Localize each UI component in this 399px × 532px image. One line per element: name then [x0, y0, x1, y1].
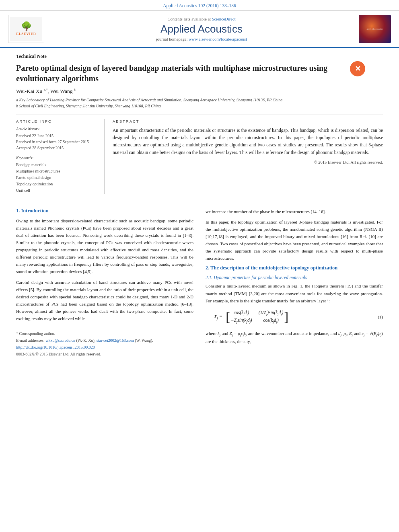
- section1-title: 1. Introduction: [16, 208, 193, 214]
- journal-title: Applied Acoustics: [52, 23, 351, 35]
- sciencedirect-link[interactable]: ScienceDirect: [212, 17, 236, 21]
- matrix-brackets: [ cos(kjdj) (1/Zj)sin(kjdj) −Zjsin(kjdj)…: [226, 310, 288, 324]
- keyword-1: Bandgap materials: [16, 162, 96, 168]
- keyword-2: Multiphase microstructures: [16, 168, 96, 175]
- abstract-text: An important characteristic of the perio…: [113, 127, 383, 156]
- article-title: Pareto optimal design of layered bandgap…: [16, 63, 346, 84]
- affiliation-b: b School of Civil Engineering, Shenyang …: [16, 103, 383, 109]
- doi-line: http://dx.doi.org/10.1016/j.apacoust.201…: [16, 344, 193, 350]
- after-formula-para: where kj and Zj = ρjcjkj are the wavenum…: [206, 330, 383, 345]
- sciencedirect-line: Contents lists available at ScienceDirec…: [52, 17, 351, 21]
- keyword-3: Pareto optimal design: [16, 175, 96, 181]
- crossmark-icon[interactable]: ✕: [350, 61, 365, 76]
- section-label: Technical Note: [16, 53, 383, 60]
- article-info-abstract: ARTICLE INFO Article history: Received 2…: [16, 119, 383, 194]
- homepage-url[interactable]: www.elsevier.com/locate/apacoust: [189, 37, 247, 41]
- keyword-5: Unit cell: [16, 187, 96, 194]
- journal-homepage: journal homepage: www.elsevier.com/locat…: [52, 37, 351, 41]
- elsevier-wordmark: ELSEVIER: [16, 32, 36, 36]
- doi-link[interactable]: http://dx.doi.org/10.1016/j.apacoust.201…: [16, 345, 95, 349]
- matrix-cells: cos(kjdj) (1/Zj)sin(kjdj) −Zjsin(kjdj) c…: [231, 310, 284, 324]
- abstract-column: ABSTRACT An important characteristic of …: [105, 119, 383, 194]
- section2-title: 2. The description of the multiobjective…: [206, 265, 383, 271]
- body-right-column: we increase the number of the phase in t…: [206, 208, 383, 358]
- journal-ref-text: Applied Acoustics 102 (2016) 133–136: [163, 3, 236, 8]
- abstract-label: ABSTRACT: [113, 119, 383, 123]
- article-info-label: ARTICLE INFO: [16, 119, 96, 123]
- affiliation-a: a Key Laboratory of Liaoning Province fo…: [16, 97, 383, 103]
- thumbnail-label: applied acoustics: [366, 28, 383, 30]
- keyword-4: Topology optimization: [16, 181, 96, 187]
- contents-text: Contents lists available at: [167, 17, 212, 21]
- formula-lhs: Tj =: [214, 313, 222, 320]
- journal-header: 🌳 ELSEVIER Contents lists available at S…: [0, 11, 399, 48]
- email2-link[interactable]: starwei2002@163.com: [97, 338, 134, 343]
- affiliations: a Key Laboratory of Liaoning Province fo…: [16, 97, 383, 109]
- footnotes: * Corresponding author. E-mail addresses…: [16, 328, 193, 357]
- email-line: E-mail addresses: wkxu@sau.edu.cn (W.-K.…: [16, 337, 193, 343]
- matrix-cell-21: −Zjsin(kjdj): [231, 318, 252, 324]
- journal-reference: Applied Acoustics 102 (2016) 133–136: [0, 0, 399, 11]
- accepted-date: Accepted 28 September 2015: [16, 145, 96, 151]
- matrix-cell-22: cos(kjdj): [259, 318, 284, 324]
- matrix-cell-11: cos(kjdj): [231, 310, 252, 316]
- section2-para1: Consider a multi-layered medium as shown…: [206, 282, 383, 304]
- equation-number: (1): [378, 314, 383, 319]
- journal-header-center: Contents lists available at ScienceDirec…: [44, 17, 359, 41]
- matrix-equation: Tj = [ cos(kjdj) (1/Zj)sin(kjdj) −Zjsin(…: [214, 310, 383, 324]
- section1-para1: Owing to the important dispersion-relate…: [16, 217, 193, 275]
- author-wei-kai: Wei-Kai Xu a,*,: [16, 88, 50, 94]
- section1-right-para2: In this paper, the topology optimization…: [206, 218, 383, 262]
- received-date: Received 22 June 2015: [16, 133, 96, 139]
- corresponding-note: * Corresponding author.: [16, 331, 193, 337]
- article-info-column: ARTICLE INFO Article history: Received 2…: [16, 119, 105, 194]
- revised-date: Received in revised form 27 September 20…: [16, 139, 96, 145]
- publisher-logo: 🌳 ELSEVIER: [8, 15, 44, 43]
- journal-thumbnail: applied acoustics: [359, 15, 391, 43]
- author-wei-wang: Wei Wang b: [50, 88, 76, 94]
- body-left-column: 1. Introduction Owing to the important d…: [16, 208, 193, 358]
- keywords-label: Keywords:: [16, 156, 96, 160]
- bracket-left-icon: [: [226, 310, 230, 323]
- section2-subsection: 2.1. Dynamic properties for periodic lay…: [206, 275, 383, 280]
- email-label: E-mail addresses:: [16, 338, 45, 343]
- matrix-cell-12: (1/Zj)sin(kjdj): [259, 310, 284, 316]
- homepage-label: journal homepage:: [156, 37, 189, 41]
- separator: [16, 115, 383, 115]
- main-content: Technical Note Pareto optimal design of …: [0, 53, 399, 358]
- body-section: 1. Introduction Owing to the important d…: [16, 208, 383, 358]
- email2-name: (W. Wang).: [135, 338, 153, 343]
- section1-right-para1: we increase the number of the phase in t…: [206, 208, 383, 215]
- separator-2: [16, 198, 383, 198]
- authors-line: Wei-Kai Xu a,*, Wei Wang b: [16, 88, 383, 94]
- email1-link[interactable]: wkxu@sau.edu.cn: [45, 338, 75, 343]
- issn-line: 0003-682X/© 2015 Elsevier Ltd. All right…: [16, 351, 193, 357]
- section1-para2: Careful design with accurate calculation…: [16, 279, 193, 322]
- email1-name: (W.-K. Xu),: [76, 338, 96, 343]
- copyright-line: © 2015 Elsevier Ltd. All rights reserved…: [113, 160, 383, 164]
- bracket-right-icon: ]: [284, 310, 288, 323]
- elsevier-tree-icon: 🌳: [21, 22, 32, 31]
- history-label: Article history:: [16, 127, 96, 131]
